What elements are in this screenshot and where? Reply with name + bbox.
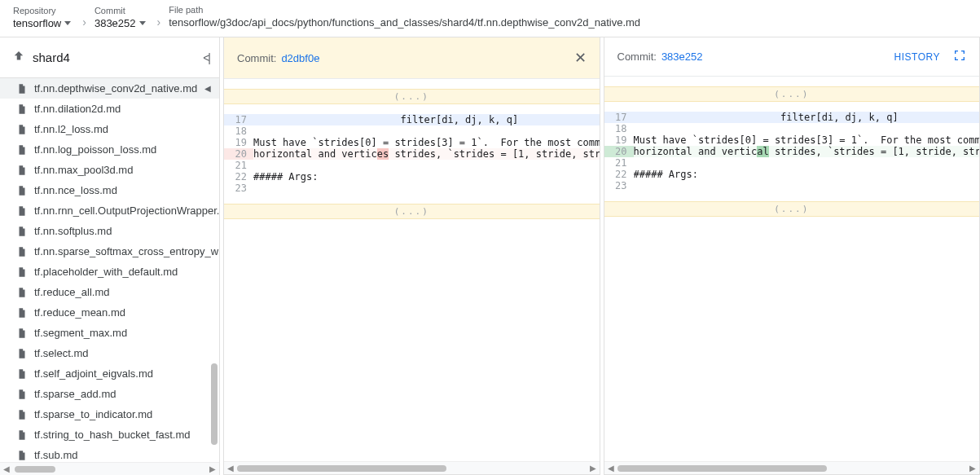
file-item[interactable]: tf.nn.l2_loss.md (0, 119, 219, 139)
scrollbar-thumb[interactable] (237, 465, 446, 472)
left-commit-hash-link[interactable]: d2dbf0e (281, 52, 319, 64)
file-item[interactable]: tf.nn.softplus.md (0, 221, 219, 241)
right-code-body: (...) 17 filter[di, dj, k, q]1819Must ha… (604, 77, 980, 474)
scrollbar-thumb[interactable] (15, 466, 55, 473)
right-commit-hash-link[interactable]: 383e252 (661, 51, 703, 63)
file-name: tf.reduce_mean.md (34, 306, 125, 319)
file-item[interactable]: tf.sub.md (0, 445, 219, 462)
line-number: 17 (224, 114, 253, 125)
file-name: tf.nn.depthwise_conv2d_native.md (34, 82, 197, 95)
code-fold-indicator[interactable]: (...) (224, 204, 600, 219)
breadcrumb-commit[interactable]: Commit 383e252 (94, 6, 146, 29)
file-name: tf.nn.sparse_softmax_cross_entropy_with_… (34, 245, 219, 257)
file-name: tf.nn.nce_loss.md (34, 184, 117, 196)
file-item[interactable]: tf.self_adjoint_eigvals.md (0, 363, 219, 384)
file-item[interactable]: tf.nn.rnn_cell.OutputProjectionWrapper.m… (0, 200, 219, 221)
file-item[interactable]: tf.nn.log_poisson_loss.md (0, 139, 219, 160)
breadcrumb-filepath: File path tensorflow/g3doc/api_docs/pyth… (169, 5, 640, 30)
code-line[interactable]: 20horizontal and vertical strides, `stri… (604, 146, 980, 157)
file-item[interactable]: tf.select.md (0, 343, 219, 363)
code-fold-indicator[interactable]: (...) (604, 86, 980, 102)
code-line[interactable]: 20horizontal and vertices strides, `stri… (224, 148, 600, 160)
sidebar-scrollbar-horizontal[interactable]: ◀ ▶ (0, 462, 219, 475)
file-name: tf.sparse_to_indicator.md (34, 408, 152, 420)
file-item[interactable]: tf.nn.nce_loss.md (0, 180, 219, 200)
code-fold-indicator[interactable]: (...) (604, 201, 980, 217)
close-pane-icon[interactable]: ✕ (574, 49, 587, 67)
file-item[interactable]: tf.nn.dilation2d.md (0, 99, 219, 119)
code-line[interactable]: 19Must have `strides[0] = strides[3] = 1… (604, 134, 980, 146)
right-code-lines[interactable]: 17 filter[di, dj, k, q]1819Must have `st… (604, 112, 980, 191)
file-icon (16, 389, 28, 400)
scroll-right-icon[interactable]: ▶ (966, 464, 979, 473)
up-arrow-icon[interactable] (11, 49, 26, 66)
file-item[interactable]: tf.reduce_mean.md (0, 302, 219, 323)
scroll-left-icon[interactable]: ◀ (604, 464, 617, 473)
history-link[interactable]: HISTORY (894, 51, 940, 63)
code-line[interactable]: 18 (604, 123, 980, 134)
line-content: filter[di, dj, k, q] (253, 114, 600, 125)
line-content: horizontal and vertical strides, `stride… (634, 146, 980, 157)
file-item[interactable]: tf.segment_max.md (0, 323, 219, 343)
code-line[interactable]: 23 (604, 180, 980, 191)
breadcrumb-commit-value: 383e252 (94, 17, 136, 29)
file-name: tf.sparse_add.md (34, 388, 116, 400)
file-item[interactable]: tf.reduce_all.md (0, 282, 219, 302)
file-item[interactable]: tf.string_to_hash_bucket_fast.md (0, 424, 219, 445)
sidebar-scrollbar-vertical[interactable] (211, 363, 218, 445)
file-item[interactable]: tf.sparse_add.md (0, 384, 219, 404)
scrollbar-thumb[interactable] (617, 465, 827, 472)
fullscreen-icon[interactable] (953, 49, 966, 64)
commit-label: Commit: (237, 52, 276, 64)
file-name: tf.string_to_hash_bucket_fast.md (34, 429, 191, 441)
file-item[interactable]: tf.placeholder_with_default.md (0, 262, 219, 282)
file-name: tf.select.md (34, 347, 88, 359)
line-content: filter[di, dj, k, q] (634, 112, 980, 123)
line-number: 19 (224, 137, 253, 148)
selected-arrow-icon: ◀ (204, 84, 211, 93)
sidebar-title[interactable]: shard4 (33, 51, 196, 64)
file-icon (16, 165, 28, 176)
file-name: tf.segment_max.md (34, 327, 127, 339)
code-line[interactable]: 19Must have `strides[0] = strides[3] = 1… (224, 137, 600, 148)
code-line[interactable]: 21 (224, 160, 600, 171)
scroll-left-icon[interactable]: ◀ (0, 464, 13, 473)
line-content: Must have `strides[0] = strides[3] = 1`.… (634, 134, 980, 146)
code-line[interactable]: 17 filter[di, dj, k, q] (224, 114, 600, 125)
dropdown-arrow-icon (139, 21, 146, 25)
collapse-sidebar-icon[interactable]: <| (203, 51, 209, 64)
file-name: tf.nn.dilation2d.md (34, 103, 121, 115)
code-line[interactable]: 17 filter[di, dj, k, q] (604, 112, 980, 123)
line-content (253, 160, 600, 171)
breadcrumb-header: Repository tensorflow › Commit 383e252 ›… (0, 0, 980, 37)
code-line[interactable]: 22##### Args: (604, 169, 980, 180)
diff-pane-left: Commit: d2dbf0e ✕ (...) 17 filter[di, dj… (223, 37, 600, 475)
code-line[interactable]: 18 (224, 125, 600, 137)
breadcrumb-filepath-value[interactable]: tensorflow/g3doc/api_docs/python/functio… (169, 16, 640, 30)
file-item[interactable]: tf.nn.depthwise_conv2d_native.md◀ (0, 78, 219, 99)
file-name: tf.nn.log_poisson_loss.md (34, 143, 156, 156)
file-name: tf.placeholder_with_default.md (34, 266, 178, 278)
breadcrumb-repo-label: Repository (13, 6, 71, 15)
scroll-right-icon[interactable]: ▶ (206, 464, 219, 473)
file-list[interactable]: tf.nn.depthwise_conv2d_native.md◀tf.nn.d… (0, 78, 219, 462)
file-icon (16, 144, 28, 156)
file-item[interactable]: tf.sparse_to_indicator.md (0, 404, 219, 424)
file-item[interactable]: tf.nn.max_pool3d.md (0, 160, 219, 180)
left-code-lines[interactable]: 17 filter[di, dj, k, q]1819Must have `st… (224, 114, 600, 194)
file-name: tf.nn.softplus.md (34, 225, 112, 237)
scroll-left-icon[interactable]: ◀ (224, 464, 237, 473)
code-fold-indicator[interactable]: (...) (224, 89, 600, 104)
code-line[interactable]: 21 (604, 157, 980, 169)
left-horizontal-scrollbar[interactable]: ◀ ▶ (224, 461, 600, 474)
file-name: tf.sub.md (34, 449, 77, 461)
file-item[interactable]: tf.nn.sparse_softmax_cross_entropy_with_… (0, 241, 219, 262)
left-pane-header: Commit: d2dbf0e ✕ (224, 37, 600, 79)
scroll-right-icon[interactable]: ▶ (587, 464, 600, 473)
code-line[interactable]: 23 (224, 183, 600, 194)
breadcrumb-repository[interactable]: Repository tensorflow (13, 6, 71, 29)
right-horizontal-scrollbar[interactable]: ◀ ▶ (604, 461, 980, 474)
file-name: tf.nn.l2_loss.md (34, 123, 108, 135)
code-line[interactable]: 22##### Args: (224, 171, 600, 183)
line-number: 17 (604, 112, 634, 123)
